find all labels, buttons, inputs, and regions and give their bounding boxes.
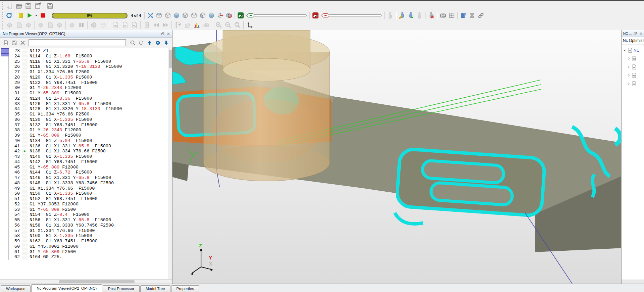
nc-code-line[interactable]: 33N126 G1 X1.331 Y-65.8 F15000 [0,101,168,107]
new-file-icon[interactable] [5,1,14,10]
nc-code-line[interactable]: 31G1 Y-65.809 F15000 [0,91,168,96]
chevron-right-icon[interactable] [627,65,631,69]
nc-code-line[interactable]: 41N136 G1 X1.331 Y-65.8 F15000 [0,144,168,149]
stock-wire-icon[interactable] [98,21,108,30]
nc-code-line[interactable]: 36N130 G1 X-1.335 F15000 [0,117,168,123]
nc-code-line[interactable]: 45G1 Y-65.809 F12000 [0,165,168,170]
slider-track[interactable] [246,14,307,16]
machine-view-icon[interactable] [201,21,211,30]
front-view-icon[interactable] [190,11,198,19]
tool-library-icon[interactable] [398,11,406,19]
tab-model-tree[interactable]: Model Tree [140,285,170,292]
nc-code-line[interactable]: 49G1 X1.334 Y76.66 F15000 [0,186,168,191]
save-state-icon[interactable] [439,11,447,19]
stock-add-icon[interactable] [36,21,45,30]
wireframe-view-icon[interactable] [163,11,172,19]
stock-verify-icon[interactable] [67,21,77,30]
chevron-right-icon[interactable] [627,74,631,77]
stock-compare-icon[interactable] [55,21,64,30]
save-file-as-icon[interactable] [33,1,42,10]
stock-reset-icon[interactable] [5,21,14,30]
top-view-icon[interactable] [172,11,181,19]
window-layout-icon[interactable] [447,11,456,19]
save-all-icon[interactable] [45,1,55,10]
nc-code-line[interactable]: 26N118 G1 X1.3320 Y-18.3133 F15000 [0,64,168,69]
chevron-right-icon[interactable] [627,57,631,60]
stop-simulation-icon[interactable] [39,11,47,19]
erase-marks-icon[interactable] [183,21,192,30]
float-panel-button[interactable] [160,31,165,36]
nc-code-line[interactable]: 54N154 G1 Z-8.4 F15000 [0,212,168,217]
tool-view-icon[interactable] [415,11,424,19]
search-input[interactable] [29,39,126,46]
run-simulation-icon[interactable] [25,11,34,19]
bookmark-marker[interactable] [1,48,9,56]
zoom-window-icon[interactable] [233,21,242,30]
nc-code-line[interactable]: 28N120 G1 X-1.335 F15000 [0,75,168,80]
side-view-icon[interactable] [198,11,207,19]
find-previous-button[interactable] [146,39,153,46]
tab-workspace[interactable]: Workspace [1,285,31,292]
stock-remove-icon[interactable] [23,21,33,30]
feed-speed-gauge-icon[interactable] [236,11,245,19]
nc-program-1-icon[interactable] [111,21,120,30]
nc-code-line[interactable]: 30G1 Y-26.2343 F12000 [0,85,168,91]
code-vertical-scrollbar[interactable] [168,48,172,279]
match-option-radio[interactable] [137,39,145,46]
code-horizontal-scrollbar[interactable] [0,279,172,284]
nc-code-line[interactable]: 24N114 G1 Z-1.68 F15000 [0,54,168,59]
nc-code-line[interactable]: 62N164 G0 Z25. [0,254,168,260]
nc-code-area[interactable]: 23N112 Z1.24N114 G1 Z-1.68 F1500025N116 … [0,48,172,279]
nc-code-line[interactable]: 52G1 Y37.0853 F12000 [0,202,168,207]
step-backward-icon[interactable] [151,21,161,30]
3d-viewport[interactable]: Z Y X [172,30,621,284]
nc-code-line[interactable]: 42▶N138 G1 X1.334 Y76.66 F2500 [0,149,168,154]
corner-view-icon[interactable] [181,11,190,19]
open-file-icon[interactable] [14,1,23,10]
documentation-icon[interactable] [459,11,468,19]
feed-speed-slider[interactable]: ◂▸ [246,12,307,18]
tree-root-nc-program[interactable]: NC [622,46,644,54]
chevron-down-icon[interactable] [623,48,627,52]
clear-search-button[interactable] [19,39,26,46]
tool-delete-icon[interactable] [427,11,436,19]
shaded-view-icon[interactable] [207,11,216,19]
nc-code-line[interactable]: 58N160 G1 X-1.335 F15000 [0,233,168,239]
close-panel-button[interactable] [638,31,643,36]
nc-code-line[interactable]: 51N152 G1 Y68.7451 F15000 [0,196,168,202]
zoom-out-icon[interactable] [223,21,233,30]
chevron-right-icon[interactable] [627,82,631,86]
nc-code-line[interactable]: 27G1 X1.334 Y76.66 F2500 [0,69,168,75]
scrollbar-thumb[interactable] [169,50,172,68]
reset-simulation-icon[interactable] [5,11,13,19]
pause-simulation-icon[interactable] [16,11,25,19]
info-view-icon[interactable] [225,11,233,19]
nc-file-button[interactable] [2,39,9,46]
stock-sphere-icon[interactable] [89,21,98,30]
rapid-speed-slider[interactable]: ◂▸ [321,12,382,18]
nc-code-line[interactable]: 37N132 G1 Y68.7451 F15000 [0,123,168,128]
isometric-view-icon[interactable] [155,11,163,19]
slider-track[interactable] [321,14,382,16]
axis-view-icon[interactable] [216,11,225,19]
nc-code-line[interactable]: 44N142 G1 Y68.7451 F15000 [0,159,168,165]
slider-knob[interactable]: ◂▸ [322,13,329,17]
nc-code-line[interactable]: 60G1 Y45.0002 F12000 [0,244,168,249]
measure-caliper-icon[interactable] [173,21,183,30]
goto-current-button[interactable] [154,39,161,46]
scrollbar-thumb[interactable] [59,280,135,283]
save-program-button[interactable] [10,39,18,46]
step-forward-icon[interactable] [161,21,170,30]
nc-code-line[interactable]: 23N112 Z1. [0,48,168,54]
nc-code-line[interactable]: 34N128 G1 X1.3320 Y-18.3133 F15000 [0,106,168,112]
tool-add-icon[interactable] [406,11,415,19]
tree-horizontal-scrollbar[interactable] [622,280,644,284]
fixture-setup-icon[interactable] [468,11,477,19]
run-options-caret-icon[interactable] [34,11,39,19]
tab-post-processor[interactable]: Post Processor [103,285,140,292]
fit-view-icon[interactable] [146,11,155,19]
rapid-speed-gauge-icon[interactable] [311,11,320,19]
nc-code-line[interactable]: 50N150 G1 X-1.335 F15000 [0,191,168,196]
stock-pair-icon[interactable] [77,21,86,30]
stock-block-icon[interactable] [14,21,23,30]
